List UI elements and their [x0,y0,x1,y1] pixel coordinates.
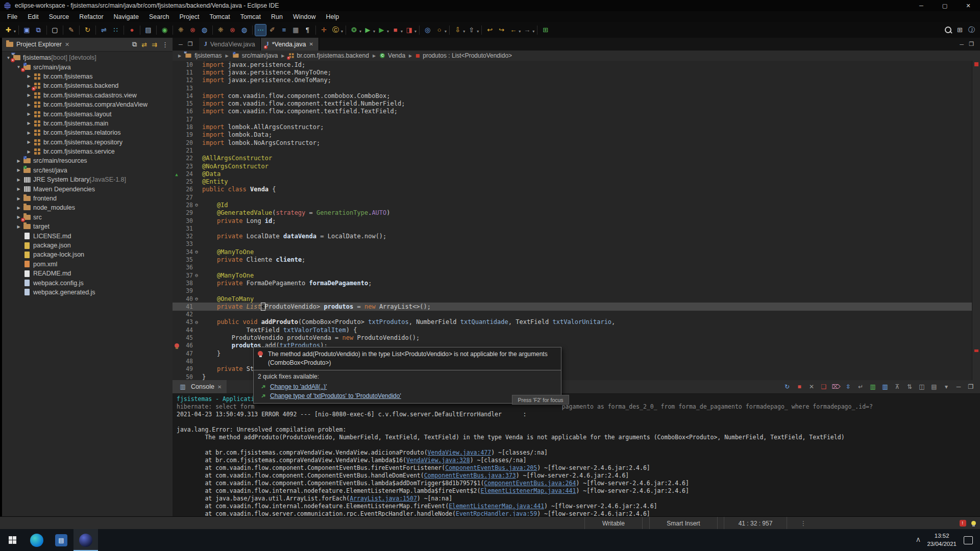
stack-trace-link[interactable]: ElementListenerMap.java:441 [480,487,576,494]
code-line-43[interactable]: 43⊖ public void addProduto(ComboBox<Prod… [173,318,972,326]
tree-item-src-main-resources[interactable]: ▶src/main/resources [2,156,173,165]
tab--venda-java[interactable]: J*Venda.java✕ [261,38,319,51]
export-dropdown-icon[interactable]: ▾ [477,29,479,34]
tip-of-day-icon[interactable] [971,521,976,525]
minimize-button[interactable]: ─ [910,0,933,11]
code-line-29[interactable]: 29 @GeneratedValue(strategy = Generation… [173,209,972,217]
tree-item-src-test-java[interactable]: ▶src/test/java [2,166,173,175]
code-line-30[interactable]: 30 private Long id; [173,217,972,224]
fold-icon[interactable]: ⊖ [193,296,200,302]
tomcat-stop-2-button[interactable]: ⊗ [227,24,238,36]
console-refresh-icon[interactable]: ↻ [782,382,792,392]
remove-all-terminated-icon[interactable]: ❑ [819,382,829,392]
overview-ruler[interactable] [972,61,980,380]
cursor-position[interactable]: 41 : 32 : 957 [724,517,787,530]
format-button[interactable]: ≡ [279,24,289,36]
tree-item-webpack-config-js[interactable]: webpack.config.js [2,278,173,287]
menu-tomcat[interactable]: Tomcat [235,12,266,21]
code-line-17[interactable]: 17 [173,115,972,123]
tree-item-br-com-fjsistemas-service[interactable]: ▶br.com.fjsistemas.service [2,147,173,156]
quickfix-item-1[interactable]: ➜Change to 'addAll(..)' [258,382,557,391]
expand-arrow-icon[interactable]: ▶ [15,187,22,191]
stack-trace-link[interactable]: VendaView.java:477 [428,449,492,456]
tree-item-package-json[interactable]: package.json [2,241,173,250]
expand-arrow-icon[interactable]: ▶ [15,224,22,229]
menu-edit[interactable]: Edit [22,12,44,21]
expand-arrow-icon[interactable]: ▶ [15,196,22,201]
taskbar-eclipse-button[interactable] [74,529,98,551]
fold-icon[interactable]: ⊖ [193,249,200,255]
collapse-all-icon[interactable]: ⧉ [132,40,137,48]
search-magnifier-button[interactable] [943,24,953,36]
run-last-dropdown-icon[interactable]: ▾ [414,29,416,34]
scroll-console-icon[interactable]: ⇅ [904,382,915,392]
code-line-15[interactable]: 15import com.vaadin.flow.component.textf… [173,99,972,107]
expand-arrow-icon[interactable]: ▶ [15,159,22,163]
tomcat-sync-button[interactable]: ◍ [199,24,210,36]
back-dropdown-icon[interactable]: ▾ [519,29,521,34]
close-button[interactable]: ✕ [957,0,980,11]
tree-item-maven-dependencies[interactable]: ▶Maven Dependencies [2,184,173,193]
tomcat-restart-button[interactable]: ◍ [239,24,250,36]
next-annotation-button[interactable]: ↪ [496,24,507,36]
stop-dropdown-icon[interactable]: ▾ [401,29,403,34]
search-ring-dropdown-icon[interactable]: ▾ [445,29,447,34]
expand-arrow-icon[interactable]: ▶ [15,168,22,172]
tree-item-br-com-fjsistemas-repository[interactable]: ▶br.com.fjsistemas.repository [2,138,173,147]
breadcrumb-toggle-icon[interactable]: ▶ [178,54,181,58]
breadcrumb-item-fjsistemas[interactable]: fjsistemas [185,52,222,59]
console-output[interactable]: fjsistemas - Application [Sprinhibernate… [173,394,980,518]
tomcat-stop-button[interactable]: ⊗ [187,24,198,36]
open-console-icon[interactable]: ▥ [880,382,890,392]
restore-welcome-button[interactable]: ⊞ [540,24,551,36]
statusbar-menu-icon[interactable]: ⋮ [800,517,806,530]
fold-icon[interactable]: ⊖ [193,319,200,325]
breadcrumb-item-br-com-fjsistemas-backend[interactable]: br.com.fjsistemas.backend [288,52,369,59]
java-perspective-button[interactable]: Ⓙ [966,24,977,36]
stack-trace-link[interactable]: ArrayList.java:1507 [350,495,417,502]
window-button[interactable]: ▢ [50,24,60,36]
new-wizard-button[interactable]: ✚ [3,24,14,36]
menu-search[interactable]: Search [144,12,175,21]
close-console-tab-icon[interactable]: ✕ [217,384,222,390]
expand-arrow-icon[interactable]: ▶ [15,178,22,182]
code-line-21[interactable]: 21 [173,146,972,154]
view-menu-icon[interactable]: ⋮ [162,41,168,48]
expand-arrow-icon[interactable]: ▶ [26,131,32,135]
menu-tomcat[interactable]: Tomcat [204,12,235,21]
code-line-45[interactable]: 45 ProdutoVendido produtoVenda = new Pro… [173,334,972,341]
code-line-39[interactable]: 39 [173,287,972,295]
code-line-34[interactable]: 34⊖ @ManyToOne [173,248,972,256]
tree-item-src[interactable]: ▶src [2,213,173,222]
view-list-icon[interactable]: ▤ [929,382,939,392]
stack-trace-link[interactable]: ElementListenerMap.java:441 [449,503,544,510]
record-button[interactable]: ● [127,24,137,36]
expand-arrow-icon[interactable]: ▶ [26,112,32,116]
brush-button[interactable]: ✐ [267,24,278,36]
show-stdout-icon[interactable]: ▥ [868,382,878,392]
expand-arrow-icon[interactable]: ▶ [26,140,32,144]
code-line-33[interactable]: 33 [173,240,972,248]
view-split-icon[interactable]: ◫ [917,382,927,392]
code-line-18[interactable]: 18import lombok.AllArgsConstructor; [173,123,972,131]
remove-launch-icon[interactable]: ✕ [806,382,817,392]
add-connector-button[interactable]: ✛ [318,24,329,36]
maximize-console-icon[interactable]: ❐ [966,382,976,392]
tree-item-br-com-fjsistemas[interactable]: ▶br.com.fjsistemas [2,72,173,81]
focus-tasks-icon[interactable]: ⇉ [152,41,157,48]
code-line-37[interactable]: 37⊖ @ManyToOne [173,271,972,279]
quickfix-link[interactable]: Change type of 'txtProdutos' to 'Produto… [270,392,401,399]
stack-trace-link[interactable]: ComponentEventBus.java:373 [424,472,516,479]
error-log-icon[interactable] [960,520,966,527]
forward-dropdown-icon[interactable]: ▾ [532,29,534,34]
code-line-11[interactable]: 11import javax.persistence.ManyToOne; [173,68,972,76]
tree-item-frontend[interactable]: ▶frontend [2,194,173,203]
minimize-console-icon[interactable]: ─ [953,382,964,392]
code-editor[interactable]: 10import javax.persistence.Id;11import j… [173,61,972,380]
tab-vendaview-java[interactable]: JVendaView.java [199,38,261,51]
expand-arrow-icon[interactable]: ▶ [26,74,32,79]
import-dropdown-icon[interactable]: ▾ [463,29,465,34]
minimize-view-icon[interactable]: ─ [179,41,183,47]
start-button[interactable] [0,529,24,551]
fold-icon[interactable]: ⊖ [193,272,200,278]
